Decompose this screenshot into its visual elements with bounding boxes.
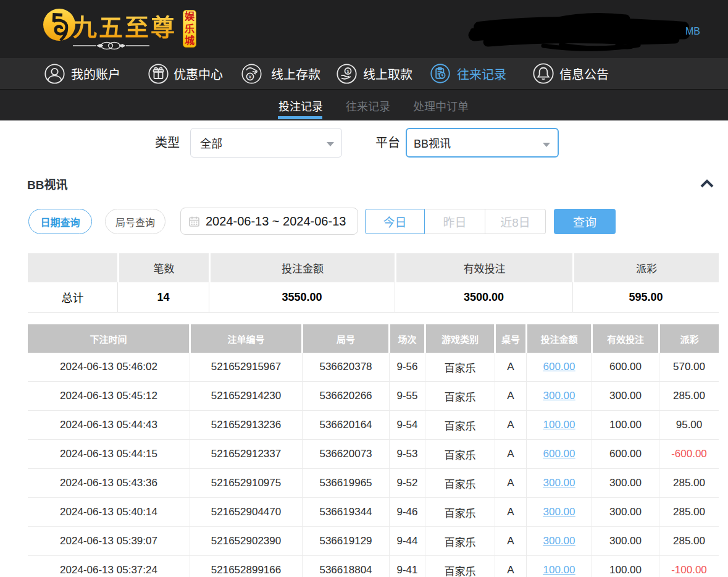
svg-text:$: $	[347, 69, 349, 73]
svg-text:¥: ¥	[248, 74, 252, 79]
